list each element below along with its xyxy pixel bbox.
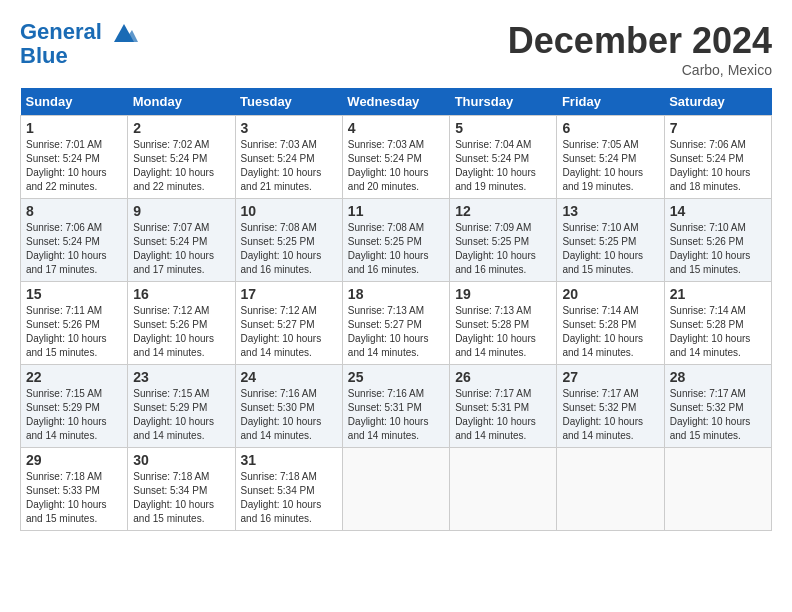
day-number: 12 [455, 203, 551, 219]
calendar-cell: 11Sunrise: 7:08 AMSunset: 5:25 PMDayligh… [342, 199, 449, 282]
day-number: 28 [670, 369, 766, 385]
day-number: 6 [562, 120, 658, 136]
day-number: 30 [133, 452, 229, 468]
day-info: Sunrise: 7:16 AMSunset: 5:31 PMDaylight:… [348, 387, 444, 443]
calendar-cell: 16Sunrise: 7:12 AMSunset: 5:26 PMDayligh… [128, 282, 235, 365]
day-info: Sunrise: 7:14 AMSunset: 5:28 PMDaylight:… [670, 304, 766, 360]
day-number: 20 [562, 286, 658, 302]
day-number: 21 [670, 286, 766, 302]
location: Carbo, Mexico [508, 62, 772, 78]
calendar-cell: 5Sunrise: 7:04 AMSunset: 5:24 PMDaylight… [450, 116, 557, 199]
day-number: 1 [26, 120, 122, 136]
day-info: Sunrise: 7:02 AMSunset: 5:24 PMDaylight:… [133, 138, 229, 194]
calendar-cell: 8Sunrise: 7:06 AMSunset: 5:24 PMDaylight… [21, 199, 128, 282]
day-info: Sunrise: 7:12 AMSunset: 5:27 PMDaylight:… [241, 304, 337, 360]
col-header-wednesday: Wednesday [342, 88, 449, 116]
logo-general: General [20, 19, 102, 44]
calendar-cell: 9Sunrise: 7:07 AMSunset: 5:24 PMDaylight… [128, 199, 235, 282]
day-number: 29 [26, 452, 122, 468]
calendar-cell: 14Sunrise: 7:10 AMSunset: 5:26 PMDayligh… [664, 199, 771, 282]
day-number: 13 [562, 203, 658, 219]
day-number: 8 [26, 203, 122, 219]
day-info: Sunrise: 7:18 AMSunset: 5:34 PMDaylight:… [133, 470, 229, 526]
day-number: 15 [26, 286, 122, 302]
calendar-row: 1Sunrise: 7:01 AMSunset: 5:24 PMDaylight… [21, 116, 772, 199]
day-info: Sunrise: 7:15 AMSunset: 5:29 PMDaylight:… [133, 387, 229, 443]
calendar-cell: 18Sunrise: 7:13 AMSunset: 5:27 PMDayligh… [342, 282, 449, 365]
day-number: 31 [241, 452, 337, 468]
day-info: Sunrise: 7:14 AMSunset: 5:28 PMDaylight:… [562, 304, 658, 360]
day-number: 18 [348, 286, 444, 302]
day-info: Sunrise: 7:17 AMSunset: 5:32 PMDaylight:… [562, 387, 658, 443]
calendar-cell: 22Sunrise: 7:15 AMSunset: 5:29 PMDayligh… [21, 365, 128, 448]
calendar-row: 22Sunrise: 7:15 AMSunset: 5:29 PMDayligh… [21, 365, 772, 448]
calendar-cell: 19Sunrise: 7:13 AMSunset: 5:28 PMDayligh… [450, 282, 557, 365]
day-info: Sunrise: 7:01 AMSunset: 5:24 PMDaylight:… [26, 138, 122, 194]
day-number: 23 [133, 369, 229, 385]
calendar-cell: 6Sunrise: 7:05 AMSunset: 5:24 PMDaylight… [557, 116, 664, 199]
day-number: 2 [133, 120, 229, 136]
calendar-cell: 2Sunrise: 7:02 AMSunset: 5:24 PMDaylight… [128, 116, 235, 199]
calendar-cell: 1Sunrise: 7:01 AMSunset: 5:24 PMDaylight… [21, 116, 128, 199]
calendar-cell: 27Sunrise: 7:17 AMSunset: 5:32 PMDayligh… [557, 365, 664, 448]
col-header-saturday: Saturday [664, 88, 771, 116]
calendar-cell: 31Sunrise: 7:18 AMSunset: 5:34 PMDayligh… [235, 448, 342, 531]
day-info: Sunrise: 7:09 AMSunset: 5:25 PMDaylight:… [455, 221, 551, 277]
day-info: Sunrise: 7:06 AMSunset: 5:24 PMDaylight:… [26, 221, 122, 277]
title-block: December 2024 Carbo, Mexico [508, 20, 772, 78]
page-header: General Blue December 2024 Carbo, Mexico [20, 20, 772, 78]
day-info: Sunrise: 7:13 AMSunset: 5:27 PMDaylight:… [348, 304, 444, 360]
day-info: Sunrise: 7:10 AMSunset: 5:25 PMDaylight:… [562, 221, 658, 277]
col-header-thursday: Thursday [450, 88, 557, 116]
day-number: 4 [348, 120, 444, 136]
calendar-cell: 13Sunrise: 7:10 AMSunset: 5:25 PMDayligh… [557, 199, 664, 282]
day-number: 16 [133, 286, 229, 302]
calendar-cell: 20Sunrise: 7:14 AMSunset: 5:28 PMDayligh… [557, 282, 664, 365]
calendar-cell: 29Sunrise: 7:18 AMSunset: 5:33 PMDayligh… [21, 448, 128, 531]
calendar-cell: 7Sunrise: 7:06 AMSunset: 5:24 PMDaylight… [664, 116, 771, 199]
day-number: 25 [348, 369, 444, 385]
day-number: 26 [455, 369, 551, 385]
day-number: 3 [241, 120, 337, 136]
day-info: Sunrise: 7:15 AMSunset: 5:29 PMDaylight:… [26, 387, 122, 443]
calendar-cell: 4Sunrise: 7:03 AMSunset: 5:24 PMDaylight… [342, 116, 449, 199]
calendar-cell [450, 448, 557, 531]
calendar-cell [664, 448, 771, 531]
calendar-row: 29Sunrise: 7:18 AMSunset: 5:33 PMDayligh… [21, 448, 772, 531]
logo: General Blue [20, 20, 140, 68]
calendar-row: 15Sunrise: 7:11 AMSunset: 5:26 PMDayligh… [21, 282, 772, 365]
col-header-sunday: Sunday [21, 88, 128, 116]
calendar-cell: 24Sunrise: 7:16 AMSunset: 5:30 PMDayligh… [235, 365, 342, 448]
day-number: 19 [455, 286, 551, 302]
calendar-cell: 12Sunrise: 7:09 AMSunset: 5:25 PMDayligh… [450, 199, 557, 282]
day-info: Sunrise: 7:13 AMSunset: 5:28 PMDaylight:… [455, 304, 551, 360]
day-number: 27 [562, 369, 658, 385]
day-info: Sunrise: 7:03 AMSunset: 5:24 PMDaylight:… [348, 138, 444, 194]
day-info: Sunrise: 7:10 AMSunset: 5:26 PMDaylight:… [670, 221, 766, 277]
day-info: Sunrise: 7:11 AMSunset: 5:26 PMDaylight:… [26, 304, 122, 360]
day-info: Sunrise: 7:08 AMSunset: 5:25 PMDaylight:… [348, 221, 444, 277]
day-info: Sunrise: 7:17 AMSunset: 5:32 PMDaylight:… [670, 387, 766, 443]
calendar-cell: 26Sunrise: 7:17 AMSunset: 5:31 PMDayligh… [450, 365, 557, 448]
calendar-cell [557, 448, 664, 531]
calendar-row: 8Sunrise: 7:06 AMSunset: 5:24 PMDaylight… [21, 199, 772, 282]
calendar-cell: 30Sunrise: 7:18 AMSunset: 5:34 PMDayligh… [128, 448, 235, 531]
header-row: SundayMondayTuesdayWednesdayThursdayFrid… [21, 88, 772, 116]
day-number: 17 [241, 286, 337, 302]
day-info: Sunrise: 7:08 AMSunset: 5:25 PMDaylight:… [241, 221, 337, 277]
calendar-cell: 15Sunrise: 7:11 AMSunset: 5:26 PMDayligh… [21, 282, 128, 365]
day-info: Sunrise: 7:17 AMSunset: 5:31 PMDaylight:… [455, 387, 551, 443]
day-number: 24 [241, 369, 337, 385]
month-title: December 2024 [508, 20, 772, 62]
day-info: Sunrise: 7:12 AMSunset: 5:26 PMDaylight:… [133, 304, 229, 360]
day-info: Sunrise: 7:18 AMSunset: 5:33 PMDaylight:… [26, 470, 122, 526]
calendar-cell: 21Sunrise: 7:14 AMSunset: 5:28 PMDayligh… [664, 282, 771, 365]
calendar-cell: 25Sunrise: 7:16 AMSunset: 5:31 PMDayligh… [342, 365, 449, 448]
col-header-tuesday: Tuesday [235, 88, 342, 116]
calendar-cell: 23Sunrise: 7:15 AMSunset: 5:29 PMDayligh… [128, 365, 235, 448]
logo-icon [110, 22, 138, 44]
calendar-cell: 17Sunrise: 7:12 AMSunset: 5:27 PMDayligh… [235, 282, 342, 365]
calendar-cell [342, 448, 449, 531]
day-number: 10 [241, 203, 337, 219]
day-number: 14 [670, 203, 766, 219]
